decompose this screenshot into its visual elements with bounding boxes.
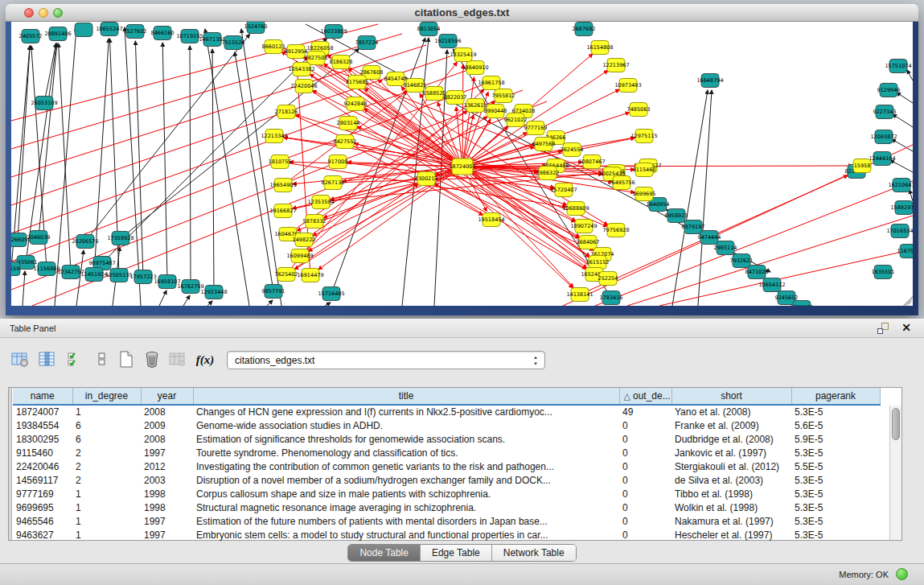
cell-name[interactable]: 9115460 [13, 446, 72, 459]
cell-pagerank[interactable]: 5.3E-5 [791, 528, 880, 542]
cell-short[interactable]: Nakamura et al. (1997) [671, 514, 791, 528]
graph-node[interactable]: 1810755 [269, 155, 292, 169]
column-check-icon[interactable] [63, 348, 87, 372]
graph-node[interactable]: 12923448 [200, 286, 227, 299]
graph-node[interactable]: 8427552 [334, 135, 357, 149]
cell-in_degree[interactable]: 1 [72, 487, 141, 501]
graph-node[interactable]: 16154808 [586, 41, 613, 55]
cell-title[interactable]: Tourette syndrome. Phenomenology and cla… [193, 446, 619, 459]
combo-stepper-icon[interactable]: ▲ ▼ [533, 354, 538, 367]
cell-year[interactable]: 2008 [141, 432, 193, 446]
graph-node[interactable]: 15892971 [890, 201, 913, 215]
cell-pagerank[interactable]: 5.3E-5 [791, 514, 880, 528]
cell-out_degree[interactable]: 0 [619, 432, 671, 446]
graph-node[interactable]: 9242848 [344, 97, 368, 111]
graph-node[interactable]: 39159 [11, 262, 20, 276]
graph-node[interactable]: 15716485 [318, 287, 344, 301]
cell-short[interactable]: Dudbridge et al. (2008) [671, 432, 791, 446]
graph-node[interactable]: 7955812 [492, 89, 515, 103]
graph-node[interactable]: 12213349 [261, 130, 287, 143]
column-header-year[interactable]: year [141, 388, 193, 405]
cell-title[interactable]: Estimation of significance thresholds fo… [193, 432, 619, 446]
graph-node[interactable]: 8466160 [151, 27, 175, 40]
cell-short[interactable]: Franke et al. (2009) [671, 418, 791, 432]
table-row[interactable]: 911546021997Tourette syndrome. Phenomeno… [13, 446, 880, 459]
cell-year[interactable]: 2003 [141, 473, 193, 487]
row-height-icon[interactable] [90, 348, 114, 372]
cell-name[interactable]: 18300295 [13, 432, 72, 446]
graph-node[interactable] [75, 23, 92, 37]
table-row[interactable]: 977716911998Corpus callosum shape and si… [13, 487, 880, 501]
column-header-name[interactable]: name [13, 388, 72, 405]
graph-node[interactable]: 8660123 [262, 40, 285, 54]
cell-out_degree[interactable]: 0 [619, 487, 671, 501]
graph-node[interactable]: 18724007 [449, 159, 475, 175]
graph-node[interactable]: 3624554 [561, 143, 584, 157]
table-row[interactable]: 1938455462009Genome-wide association stu… [13, 418, 880, 432]
cell-short[interactable]: Hescheler et al. (1997) [671, 528, 791, 542]
graph-node[interactable]: 1635501 [872, 266, 895, 279]
graph-node[interactable]: 2986322 [536, 167, 560, 180]
table-row[interactable]: 1830029562008Estimation of significance … [13, 432, 880, 446]
graph-node[interactable]: 917008 [328, 155, 348, 169]
cell-name[interactable]: 9465546 [13, 514, 72, 528]
cell-in_degree[interactable]: 1 [72, 405, 141, 418]
column-header-in_degree[interactable]: in_degree [72, 388, 141, 405]
tab-node-table[interactable]: Node Table [348, 545, 421, 561]
column-header-out_degree[interactable]: △out_de... [619, 388, 671, 405]
graph-node[interactable]: 14138141 [566, 288, 593, 302]
cell-pagerank[interactable]: 5.3E-5 [791, 473, 880, 487]
graph-node[interactable]: 2803144 [337, 117, 360, 130]
network-graph[interactable]: 1872400724055722089140610655247152760284… [11, 22, 913, 306]
delete-column-icon[interactable] [140, 348, 164, 372]
table-row[interactable]: 946554611997Estimation of the future num… [13, 514, 880, 528]
cell-in_degree[interactable]: 1 [72, 528, 141, 542]
cell-name[interactable]: 19384554 [13, 418, 72, 432]
tab-edge-table[interactable]: Edge Table [421, 545, 492, 561]
graph-node[interactable]: 1498222 [293, 233, 316, 247]
graph-node[interactable]: 9699695 [633, 187, 656, 201]
cell-out_degree[interactable]: 0 [619, 528, 671, 542]
cell-out_degree[interactable]: 0 [619, 418, 671, 432]
cell-name[interactable]: 9463627 [13, 528, 72, 542]
graph-node[interactable]: 12975115 [630, 130, 657, 143]
cell-year[interactable]: 1998 [141, 501, 193, 514]
graph-node[interactable]: 1588520 [423, 87, 446, 101]
cell-year[interactable]: 1997 [141, 528, 193, 542]
table-row[interactable]: 969969511998Structural magnetic resonanc… [13, 501, 880, 514]
graph-node[interactable]: 8186328 [330, 56, 353, 69]
graph-node[interactable]: 12353594 [307, 196, 334, 209]
cell-title[interactable]: Changes of HCN gene expression and I(f) … [193, 405, 619, 418]
graph-node[interactable]: 16648794 [696, 74, 723, 88]
cell-title[interactable]: Investigating the contribution of common… [193, 459, 619, 473]
scrollbar-thumb[interactable] [892, 408, 900, 440]
graph-node[interactable]: 6497568 [532, 138, 556, 151]
graph-node[interactable]: 17016534 [886, 225, 913, 238]
cell-out_degree[interactable]: 0 [619, 459, 671, 473]
graph-node[interactable]: 12213967 [602, 59, 629, 72]
graph-node[interactable]: 7515526 [222, 36, 245, 50]
cell-pagerank[interactable]: 5.3E-5 [791, 405, 880, 418]
column-header-title[interactable]: title [193, 388, 619, 405]
cell-pagerank[interactable]: 5.3E-5 [791, 501, 880, 514]
cell-short[interactable]: Jankovic et al. (1997) [671, 446, 791, 459]
graph-node[interactable]: 10655247 [96, 23, 122, 36]
graph-node[interactable]: 252254 [598, 272, 618, 286]
cell-pagerank[interactable]: 5.3E-5 [791, 487, 880, 501]
cell-year[interactable]: 1997 [141, 514, 193, 528]
graph-node[interactable]: 16914479 [297, 269, 323, 282]
cell-short[interactable]: Stergiakouli et al. (2012) [671, 459, 791, 473]
graph-node[interactable]: 8267130 [322, 176, 345, 190]
graph-node[interactable]: 1527602 [124, 25, 147, 39]
cell-in_degree[interactable]: 2 [72, 473, 141, 487]
function-builder-icon[interactable]: f(x) [193, 348, 217, 372]
graph-node[interactable]: 16033809 [320, 25, 347, 39]
graph-node[interactable]: 7625402 [275, 268, 298, 282]
cell-year[interactable]: 2008 [141, 405, 193, 418]
cell-out_degree[interactable]: 0 [619, 514, 671, 528]
table-row[interactable]: 2242004622012Investigating the contribut… [13, 459, 880, 473]
cell-name[interactable]: 22420046 [13, 459, 72, 473]
graph-node[interactable]: 5878332 [303, 215, 326, 229]
graph-node[interactable]: 9550170 [791, 301, 814, 307]
graph-node[interactable]: 20891406 [44, 27, 71, 41]
